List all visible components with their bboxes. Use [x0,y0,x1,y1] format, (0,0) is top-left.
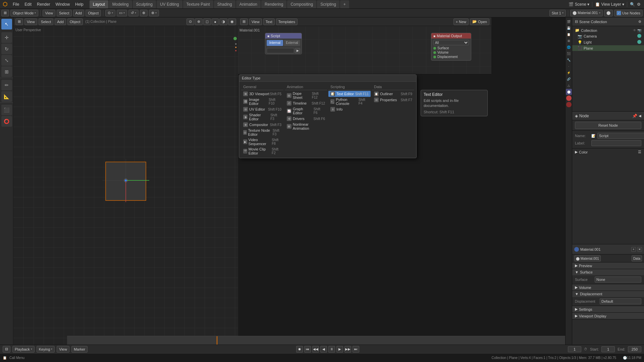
viewport-shade[interactable]: ⬤ [604,10,613,16]
script-node[interactable]: ■ Script Internal External ▶ [265,33,302,54]
displacement-value[interactable]: Default [600,298,641,304]
select-type[interactable]: ▭ ▾ [117,10,127,16]
step-forward-btn[interactable]: ▶▶ [344,346,351,353]
viewport-select-menu[interactable]: Select [39,18,54,25]
viewport-display-header[interactable]: ▶ Viewport Display [572,313,644,319]
item-info[interactable]: ℹ Info [328,106,371,112]
tool-annotate[interactable]: ✏ [1,80,12,90]
node-panel-pin[interactable]: 📌 [632,114,637,118]
node-view-menu[interactable]: View [249,18,262,25]
view-type-btn[interactable]: ⊞ [1,10,9,16]
scene-props-icon[interactable]: ⊞ [566,38,572,44]
particles-props-icon[interactable]: · [566,63,572,69]
viewport-view-menu[interactable]: View [24,18,37,25]
collection-camera[interactable]: 📷 Camera [572,33,644,39]
node-panel-collapse[interactable]: ◀ [639,114,641,118]
surface-value[interactable]: None [595,277,641,283]
item-dope-sheet[interactable]: ⊟ Dope Sheet Shift F12 [285,91,327,100]
slot-selector[interactable]: Slot 1 ▾ [549,10,566,16]
tool-move[interactable]: ✛ [1,32,12,43]
surface-header[interactable]: ▼ Surface [572,269,644,275]
menu-window[interactable]: Window [53,0,72,9]
output-props-icon[interactable]: 💾 [566,25,572,31]
node-text-menu[interactable]: Text [263,18,275,25]
item-properties[interactable]: ⊟ Properties Shift F7 [372,97,414,103]
settings-header[interactable]: ▶ Settings [572,306,644,312]
add-menu[interactable]: Add [73,10,85,16]
tool-transform[interactable]: ⊞ [1,66,12,77]
constraints-props-icon[interactable]: 🔗 [566,76,572,82]
tool-measure[interactable]: 📐 [1,91,12,102]
viewport-overlay[interactable]: ⊙ [186,18,194,25]
run-script-btn[interactable]: ▶ [295,48,300,53]
start-frame-input[interactable] [601,346,615,352]
timeline-marker-menu[interactable]: Marker [71,346,88,353]
tab-compositing[interactable]: Compositing [287,0,316,8]
data-tab[interactable]: Data [632,255,642,261]
node-templates-menu[interactable]: Templates [276,18,298,25]
tab-animation[interactable]: Animation [236,0,261,8]
object-data-props-icon[interactable]: △ [566,82,572,88]
mode-selector[interactable]: Object Mode ▾ [10,10,38,16]
use-nodes-checkbox[interactable]: ✓ [616,11,621,15]
item-movie-clip[interactable]: 🎬 Movie Clip Editor Shift F2 [241,146,283,156]
tab-sculpting[interactable]: Sculpting [133,0,156,8]
collection-light[interactable]: 💡 Light [572,39,644,45]
material-props-icon[interactable]: ⬤ [566,89,572,95]
collection-plane[interactable]: ⬛ Plane [572,45,644,51]
viewport-content[interactable]: User Perspective ● [13,26,238,345]
node-label-input[interactable] [591,140,641,146]
internal-btn[interactable]: Internal [267,40,283,46]
current-frame-input[interactable] [568,346,581,352]
gizmo-toggle[interactable]: ↺ ▾ [128,10,139,16]
tab-shading[interactable]: Shading [214,0,235,8]
external-btn[interactable]: External [284,40,300,46]
item-python-console[interactable]: >_ Python Console Shift F4 [328,97,371,106]
collection-root[interactable]: 📁 Collection 👁 📷 [572,27,644,33]
reset-node-btn[interactable]: Reset Node [575,122,641,129]
object-menu[interactable]: Object [86,10,101,16]
item-text-editor[interactable]: 📝 Text Editor Shift F11 [328,91,371,97]
item-nla[interactable]: ⊞ Nonlinear Animation [285,122,327,131]
item-drivers[interactable]: ⚙ Drivers Shift F6 [285,116,327,122]
tool-rotate[interactable]: ↻ [1,44,12,54]
item-texture-node[interactable]: ◎ Texture Node Editor Shift F3 [241,128,283,137]
viewport-editor-type[interactable]: ⊞ [15,18,23,25]
scene-selector[interactable]: 🎬 Scene ▾ [569,2,589,7]
playback-dropdown[interactable]: Playback ▾ [12,346,35,353]
viewport-shading-material[interactable]: ◑ [219,18,227,25]
tab-modeling[interactable]: Modeling [109,0,132,8]
view-layer-props-icon[interactable]: 📋 [566,32,572,38]
viewport-gizmo[interactable]: ⊕ [195,18,203,25]
tool-scale[interactable]: ⤡ [1,55,12,66]
tab-add[interactable]: + [340,0,349,8]
search-icon[interactable]: 🔍 [630,2,635,7]
preview-header[interactable]: ▶ Preview [572,262,644,269]
node-name-input[interactable] [597,133,644,139]
tool-select[interactable]: ↖ [1,19,12,29]
tool-add-cylinder[interactable]: ⭕ [1,116,12,127]
node-new-btn[interactable]: + New [453,18,469,25]
view-menu[interactable]: View [43,10,55,16]
view-layer-selector[interactable]: 📋 View Layer ▾ [595,2,624,7]
tool-add-cube[interactable]: ⬛ [1,105,12,115]
item-uv-editor[interactable]: ⊟ UV Editor Shift F10 [241,106,283,112]
object-props-icon[interactable]: ⬛ [566,51,572,57]
viewport-shading-wire[interactable]: ◻ [203,18,211,25]
item-compositor[interactable]: ⊕ Compositor Shift F3 [241,122,283,128]
delete-material-btn[interactable]: ✕ [637,247,642,252]
item-shader-editor[interactable]: ◑ Shader Editor Shift F3 [241,112,283,122]
step-back-btn[interactable]: ◀◀ [312,346,319,353]
snap-toggle[interactable]: ⊕ [140,10,148,16]
menu-help[interactable]: Help [72,0,86,9]
menu-file[interactable]: File [10,0,22,9]
tab-uv-editing[interactable]: UV Editing [157,0,182,8]
volume-header[interactable]: ▶ Volume [572,284,644,291]
item-image-editor[interactable]: 🖼 Image Editor Shift F10 [241,97,283,106]
jump-end-btn[interactable]: ⏭ [353,346,359,353]
record-btn[interactable]: ⏺ [296,346,303,353]
viewport-object-menu[interactable]: Object [67,18,83,25]
viewport-add-menu[interactable]: Add [55,18,66,25]
node-editor-type[interactable]: ⊞ [240,18,248,25]
physics-props-icon[interactable]: ⚡ [566,70,572,76]
